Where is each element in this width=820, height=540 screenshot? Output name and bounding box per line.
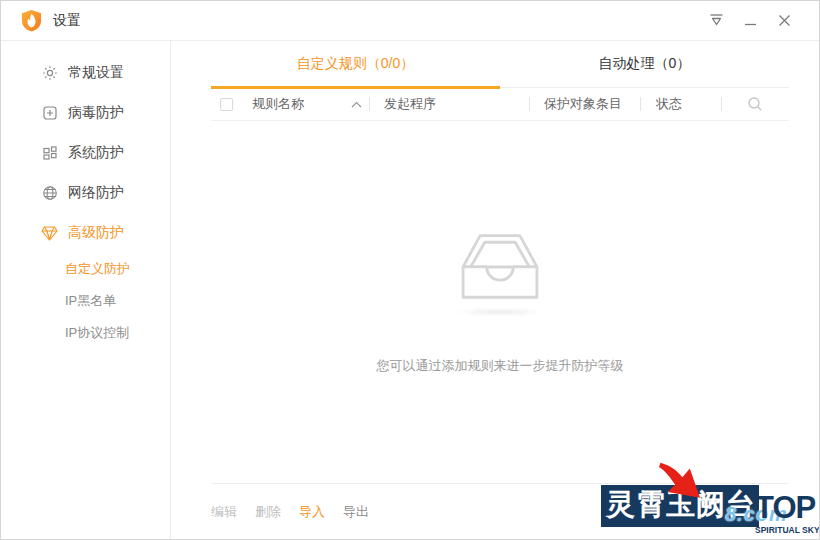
sidebar-item-network-protection[interactable]: 网络防护 — [1, 173, 170, 213]
grid-icon — [41, 145, 58, 162]
tab-bar: 自定义规则（0/0） 自动处理（0） — [211, 41, 789, 88]
sidebar-item-label: 网络防护 — [68, 184, 124, 202]
menu-icon — [709, 14, 724, 27]
square-plus-icon — [41, 105, 58, 122]
column-header-label: 规则名称 — [252, 95, 304, 113]
sidebar-subitem-label: 自定义防护 — [65, 260, 130, 278]
sort-asc-icon[interactable] — [351, 101, 362, 108]
sidebar-item-label: 系统防护 — [68, 144, 124, 162]
sidebar-subitem-label: IP协议控制 — [65, 324, 129, 342]
search-icon — [747, 96, 763, 112]
empty-icon-shadow — [454, 307, 546, 317]
sidebar-item-label: 病毒防护 — [68, 104, 124, 122]
app-body: 常规设置 病毒防护 — [1, 41, 819, 539]
column-divider — [529, 97, 530, 111]
export-button[interactable]: 导出 — [343, 503, 369, 521]
tab-auto-processing[interactable]: 自动处理（0） — [500, 41, 789, 87]
table-header: 规则名称 发起程序 保护对象条目 状态 — [211, 88, 789, 121]
minimize-button[interactable] — [733, 7, 767, 35]
gear-icon — [41, 65, 58, 82]
settings-window: 设置 — [0, 0, 820, 540]
sidebar-subitem-label: IP黑名单 — [65, 292, 116, 310]
tab-custom-rules[interactable]: 自定义规则（0/0） — [211, 41, 500, 87]
minimize-icon — [744, 14, 757, 27]
footer-action-bar: 编辑 删除 导入 导出 — [211, 483, 789, 539]
window-title: 设置 — [53, 12, 81, 30]
column-protected-objects[interactable]: 保护对象条目 — [533, 95, 637, 113]
empty-state-message: 您可以通过添加规则来进一步提升防护等级 — [377, 357, 624, 375]
sidebar-item-virus-protection[interactable]: 病毒防护 — [1, 93, 170, 133]
column-checkbox — [211, 98, 252, 111]
edit-button[interactable]: 编辑 — [211, 503, 237, 521]
delete-button[interactable]: 删除 — [255, 503, 281, 521]
diamond-icon — [41, 225, 58, 242]
sidebar-item-label: 常规设置 — [68, 64, 124, 82]
column-header-label: 状态 — [656, 96, 682, 111]
empty-state: 您可以通过添加规则来进一步提升防护等级 — [211, 121, 789, 483]
sidebar-item-general-settings[interactable]: 常规设置 — [1, 53, 170, 93]
import-button[interactable]: 导入 — [299, 503, 325, 521]
column-initiating-program[interactable]: 发起程序 — [373, 95, 526, 113]
select-all-checkbox[interactable] — [220, 98, 233, 111]
column-divider — [640, 97, 641, 111]
window-controls — [699, 7, 801, 35]
empty-inbox-icon — [450, 229, 550, 301]
main-content: 自定义规则（0/0） 自动处理（0） 规则名称 发起程序 — [171, 41, 819, 539]
column-divider — [721, 97, 722, 111]
globe-icon — [41, 185, 58, 202]
column-rule-name[interactable]: 规则名称 — [252, 95, 366, 113]
sidebar-subitem-ip-blacklist[interactable]: IP黑名单 — [1, 285, 170, 317]
sidebar-item-label: 高级防护 — [68, 224, 124, 242]
close-button[interactable] — [767, 7, 801, 35]
search-button[interactable] — [725, 96, 789, 112]
sidebar-item-advanced-protection[interactable]: 高级防护 — [1, 213, 170, 253]
sidebar: 常规设置 病毒防护 — [1, 41, 171, 539]
column-header-label: 保护对象条目 — [544, 96, 622, 111]
sidebar-subitem-ip-protocol-control[interactable]: IP协议控制 — [1, 317, 170, 349]
sidebar-subitem-custom-protection[interactable]: 自定义防护 — [1, 253, 170, 285]
titlebar: 设置 — [1, 1, 819, 41]
app-logo-icon — [21, 9, 42, 32]
tab-label: 自动处理（0） — [599, 55, 691, 73]
column-status[interactable]: 状态 — [644, 95, 718, 113]
column-divider — [369, 97, 370, 111]
main-menu-button[interactable] — [699, 7, 733, 35]
sidebar-item-system-protection[interactable]: 系统防护 — [1, 133, 170, 173]
tab-label: 自定义规则（0/0） — [297, 55, 414, 73]
close-icon — [778, 14, 791, 27]
column-header-label: 发起程序 — [384, 96, 436, 111]
